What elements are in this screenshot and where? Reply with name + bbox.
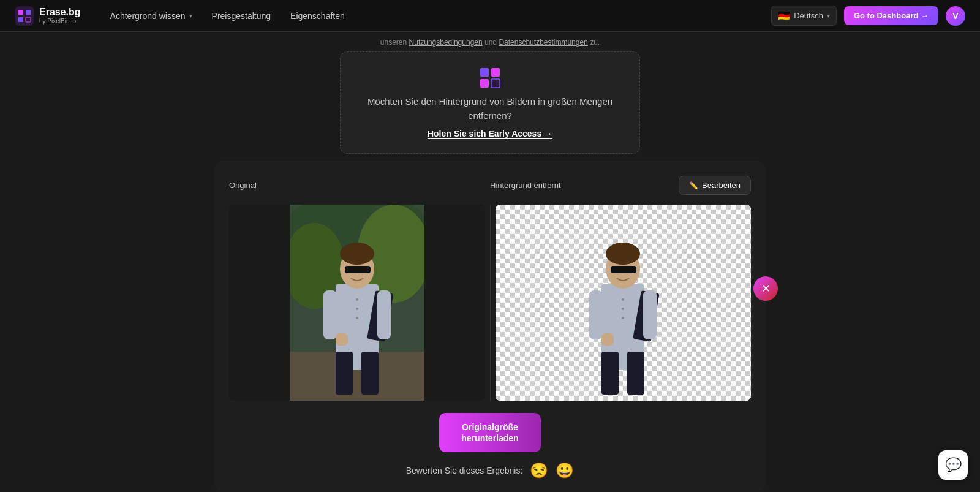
- terms-link[interactable]: Nutzungsbedingungen: [409, 38, 483, 47]
- svg-rect-25: [377, 290, 391, 339]
- logo-sub-text: by PixelBin.io: [39, 18, 81, 25]
- nav-eigenschaften[interactable]: Eigenschaften: [290, 11, 345, 21]
- main-content: unseren Nutzungsbedingungen und Datensch…: [0, 0, 980, 491]
- svg-rect-4: [26, 17, 31, 22]
- svg-rect-0: [15, 6, 34, 26]
- label-processed-row: Hintergrund entfernt ✏️ Bearbeiten: [490, 176, 751, 195]
- emoji-bad[interactable]: 😒: [530, 462, 548, 479]
- svg-rect-39: [601, 333, 614, 346]
- processed-image: [556, 205, 690, 401]
- emoji-good[interactable]: 😀: [556, 462, 574, 479]
- svg-rect-2: [26, 10, 31, 15]
- svg-point-31: [606, 243, 640, 265]
- edit-button[interactable]: ✏️ Bearbeiten: [679, 176, 751, 195]
- download-button[interactable]: Originalgröße herunterladen: [439, 413, 540, 452]
- header-right: 🇩🇪 Deutsch ▾ Go to Dashboard → V: [771, 6, 965, 26]
- chat-widget[interactable]: 💬: [938, 450, 968, 480]
- rating-row: Bewerten Sie dieses Ergebnis: 😒 😀: [406, 462, 575, 479]
- label-processed: Hintergrund entfernt: [490, 181, 674, 190]
- svg-point-21: [356, 298, 358, 301]
- result-section: Original Hintergrund entfernt ✏️ Bearbei…: [214, 161, 766, 491]
- svg-point-22: [356, 308, 358, 310]
- avatar[interactable]: V: [946, 6, 965, 26]
- language-selector[interactable]: 🇩🇪 Deutsch ▾: [771, 6, 837, 26]
- early-access-link[interactable]: Holen Sie sich Early Access →: [428, 129, 552, 138]
- logo[interactable]: Erase.bg by PixelBin.io: [15, 6, 81, 26]
- svg-rect-5: [480, 68, 489, 77]
- logo-icon: [15, 6, 34, 26]
- nav-preisgestaltung[interactable]: Preisgestaltung: [212, 11, 271, 21]
- main-nav: Achtergrond wissen ▾ Preisgestaltung Eig…: [110, 11, 772, 21]
- pencil-icon: ✏️: [689, 181, 698, 190]
- result-wrapper: Original Hintergrund entfernt ✏️ Bearbei…: [214, 154, 766, 491]
- svg-rect-28: [601, 352, 619, 395]
- svg-rect-15: [336, 352, 353, 395]
- processed-image-panel: [496, 205, 752, 401]
- svg-rect-6: [491, 68, 500, 77]
- close-button[interactable]: ✕: [753, 276, 778, 301]
- chat-icon: 💬: [945, 457, 962, 473]
- chevron-down-icon: ▾: [189, 12, 192, 19]
- close-icon: ✕: [761, 282, 771, 295]
- svg-point-35: [622, 308, 624, 310]
- svg-point-36: [622, 317, 624, 319]
- svg-rect-7: [480, 79, 489, 88]
- result-header: Original Hintergrund entfernt ✏️ Bearbei…: [229, 176, 751, 195]
- bulk-icon: [479, 67, 501, 89]
- svg-rect-38: [643, 290, 657, 339]
- rating-label: Bewerten Sie dieses Ergebnis:: [406, 466, 523, 475]
- promo-title: Möchten Sie den Hintergrund von Bildern …: [360, 95, 620, 123]
- download-section: Originalgröße herunterladen Bewerten Sie…: [229, 413, 751, 491]
- svg-rect-16: [361, 352, 379, 395]
- svg-rect-3: [18, 17, 23, 22]
- lang-label: Deutsch: [794, 11, 823, 20]
- lang-chevron-icon: ▾: [827, 12, 830, 19]
- promo-section: unseren Nutzungsbedingungen und Datensch…: [340, 32, 640, 154]
- original-image: [290, 205, 424, 401]
- label-original: Original: [229, 181, 490, 190]
- svg-rect-26: [336, 333, 348, 346]
- privacy-link[interactable]: Datenschutzbestimmungen: [499, 38, 587, 47]
- terms-text: unseren Nutzungsbedingungen und Datensch…: [380, 32, 600, 49]
- nav-achtergrond[interactable]: Achtergrond wissen ▾: [110, 11, 192, 21]
- svg-rect-1: [18, 10, 23, 15]
- image-divider: [490, 205, 491, 401]
- svg-rect-29: [627, 352, 644, 395]
- dashboard-button[interactable]: Go to Dashboard →: [844, 6, 938, 25]
- svg-rect-32: [611, 266, 636, 273]
- images-row: [229, 205, 751, 401]
- svg-point-18: [340, 243, 374, 265]
- promo-card: Möchten Sie den Hintergrund von Bildern …: [340, 51, 640, 154]
- svg-point-23: [356, 317, 358, 319]
- logo-main-text: Erase.bg: [39, 7, 81, 18]
- svg-rect-8: [491, 79, 500, 88]
- svg-point-34: [622, 298, 624, 301]
- svg-rect-24: [323, 290, 337, 339]
- original-image-panel: [229, 205, 485, 401]
- svg-rect-19: [345, 266, 371, 273]
- flag-icon: 🇩🇪: [778, 10, 790, 21]
- header: Erase.bg by PixelBin.io Achtergrond wiss…: [0, 0, 980, 32]
- svg-rect-37: [589, 290, 603, 339]
